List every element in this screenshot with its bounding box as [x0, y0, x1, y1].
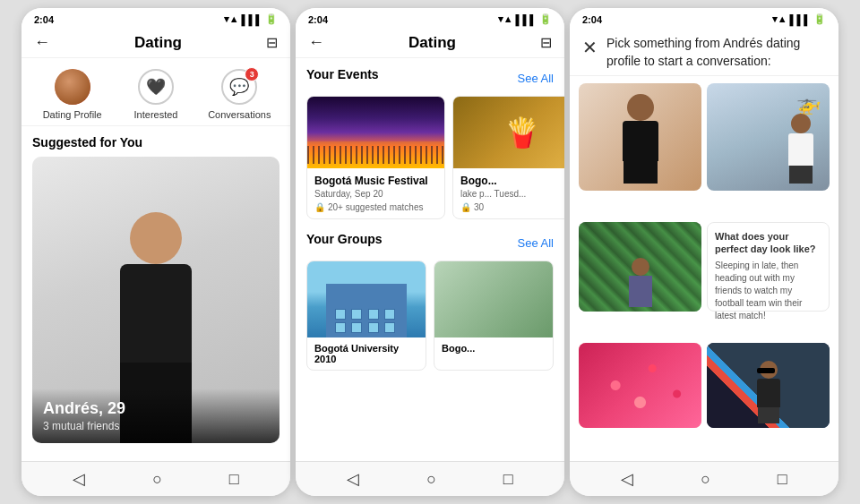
time-2: 2:04	[308, 14, 328, 25]
groups-title: Your Groups	[306, 232, 383, 246]
nav-tabs: Dating Profile 🖤 Interested 💬 3 Conversa…	[22, 58, 290, 126]
events-title: Your Events	[306, 67, 379, 81]
event-img-fries: 🍟	[453, 97, 564, 168]
filter-icon-1[interactable]: ⊟	[266, 34, 278, 51]
phone-1: 2:04 ▾▲ ▌▌▌ 🔋 ← Dating ⊟ Dating Profile	[22, 8, 290, 496]
phone3-header: ✕ Pick something from Andrés dating prof…	[570, 28, 838, 76]
conversations-icon-wrap: 💬 3	[219, 67, 259, 107]
event-matches-text-1: 20+ suggested matches	[328, 202, 423, 212]
battery-icon-3: 🔋	[813, 13, 826, 25]
status-bar-1: 2:04 ▾▲ ▌▌▌ 🔋	[22, 8, 290, 28]
nav-dating-profile[interactable]: Dating Profile	[30, 67, 114, 120]
conversations-label: Conversations	[208, 109, 271, 120]
man-body-2	[788, 133, 813, 166]
groups-see-all[interactable]: See All	[518, 236, 554, 250]
man-head-2	[791, 114, 811, 133]
phone3-profile-grid: 🚁 What does your perfect day look like? …	[570, 76, 838, 461]
status-bar-2: 2:04 ▾▲ ▌▌▌ 🔋	[296, 8, 564, 28]
man-green-visual	[629, 258, 652, 307]
recents-gesture[interactable]: □	[229, 470, 239, 489]
back-button-1[interactable]: ←	[34, 33, 50, 52]
avatar-icon	[55, 69, 90, 105]
home-gesture-3[interactable]: ○	[701, 470, 710, 489]
home-gesture-2[interactable]: ○	[426, 470, 436, 489]
group-img-2	[434, 261, 553, 337]
profile-text-answer[interactable]: What does your perfect day look like? Sl…	[707, 222, 830, 312]
battery-icon: 🔋	[265, 13, 278, 25]
group-img-univ	[307, 261, 426, 337]
flowers-visual	[579, 343, 701, 428]
groups-section-header: Your Groups See All	[306, 232, 554, 253]
groups-row: Bogotá University 2010 Bogo...	[306, 261, 554, 371]
phone-2: 2:04 ▾▲ ▌▌▌ 🔋 ← Dating ⊟ Your Events See…	[296, 8, 564, 496]
lock-icon-1: 🔒	[314, 202, 325, 212]
profile-photo-5[interactable]	[579, 343, 701, 428]
event-img-concert	[307, 97, 444, 168]
man-body-6	[757, 379, 780, 407]
profile-photo-1[interactable]	[579, 83, 701, 191]
time-1: 2:04	[34, 14, 54, 25]
group-card-2[interactable]: Bogo...	[434, 261, 554, 371]
drone-icon: 🚁	[796, 92, 821, 115]
status-icons-3: ▾▲ ▌▌▌ 🔋	[772, 13, 826, 25]
signal-icon: ▌▌▌	[242, 14, 262, 25]
conversation-prompt: Pick something from Andrés dating profil…	[606, 35, 826, 70]
phone-3: 2:04 ▾▲ ▌▌▌ 🔋 ✕ Pick something from Andr…	[570, 8, 838, 496]
recents-gesture-3[interactable]: □	[778, 470, 787, 489]
man-legs-6	[758, 407, 779, 423]
person-torso	[120, 264, 192, 363]
interested-label: Interested	[134, 109, 178, 120]
wifi-icon-3: ▾▲	[772, 13, 787, 25]
phone1-main-content: Suggested for You Andrés, 29 3 mutual fr…	[22, 126, 290, 461]
battery-icon-2: 🔋	[539, 13, 552, 25]
event-date-2: lake p... Tuesd...	[460, 189, 564, 199]
group-info-2: Bogo...	[434, 337, 553, 359]
dating-profile-icon-wrap	[53, 67, 92, 107]
events-see-all[interactable]: See All	[518, 72, 554, 85]
event-card-1[interactable]: Bogotá Music Festival Saturday, Sep 20 🔒…	[306, 96, 445, 219]
page-title-2: Dating	[324, 34, 540, 52]
profile-photo-2[interactable]: 🚁	[707, 83, 830, 191]
nav-interested[interactable]: 🖤 Interested	[114, 67, 197, 120]
signal-icon-2: ▌▌▌	[516, 14, 537, 25]
conversations-badge: 3	[245, 67, 259, 81]
group-name-1: Bogotá University 2010	[314, 343, 418, 364]
man-dark-visual	[757, 361, 780, 423]
filter-icon-2[interactable]: ⊟	[540, 34, 552, 51]
wifi-icon: ▾▲	[224, 13, 239, 25]
dating-profile-label: Dating Profile	[43, 109, 102, 120]
phones-container: 2:04 ▾▲ ▌▌▌ 🔋 ← Dating ⊟ Dating Profile	[22, 8, 838, 496]
event-date-1: Saturday, Sep 20	[314, 189, 437, 199]
interested-icon-wrap: 🖤	[136, 67, 176, 107]
back-gesture-2[interactable]: ◁	[347, 469, 359, 489]
nav-conversations[interactable]: 💬 3 Conversations	[198, 67, 281, 120]
page-title-1: Dating	[50, 34, 266, 52]
crowd-visual	[307, 146, 444, 164]
groups-section: Your Groups See All Bogotá Un	[306, 232, 554, 371]
status-icons-1: ▾▲ ▌▌▌ 🔋	[224, 13, 278, 25]
profile-photo-6[interactable]	[707, 343, 830, 428]
recents-gesture-2[interactable]: □	[503, 470, 513, 489]
event-card-2[interactable]: 🍟 Bogo... lake p... Tuesd... 🔒 30	[452, 96, 564, 219]
group-info-1: Bogotá University 2010	[307, 337, 426, 370]
group-name-2: Bogo...	[442, 343, 546, 354]
profile-photo-3[interactable]	[579, 222, 701, 312]
back-gesture[interactable]: ◁	[73, 469, 85, 489]
man-legs-1	[624, 161, 658, 184]
suggested-card[interactable]: Andrés, 29 3 mutual friends	[32, 157, 280, 443]
card-person-name: Andrés, 29	[43, 399, 269, 418]
profile-question: What does your perfect day look like?	[715, 230, 821, 256]
close-button[interactable]: ✕	[582, 37, 598, 58]
profile-answer: Sleeping in late, then heading out with …	[715, 260, 821, 322]
person-head	[130, 212, 182, 264]
heart-icon: 🖤	[138, 69, 174, 105]
fries-icon: 🍟	[504, 115, 540, 149]
event-name-2: Bogo...	[460, 175, 564, 187]
man-head-1	[627, 94, 654, 121]
back-gesture-3[interactable]: ◁	[621, 469, 633, 489]
phone2-main-content: Your Events See All Bogotá Music Festiva…	[296, 58, 564, 461]
group-card-1[interactable]: Bogotá University 2010	[306, 261, 426, 371]
home-gesture[interactable]: ○	[152, 470, 162, 489]
events-section: Your Events See All Bogotá Music Festiva…	[306, 67, 554, 219]
back-button-2[interactable]: ←	[308, 33, 324, 52]
